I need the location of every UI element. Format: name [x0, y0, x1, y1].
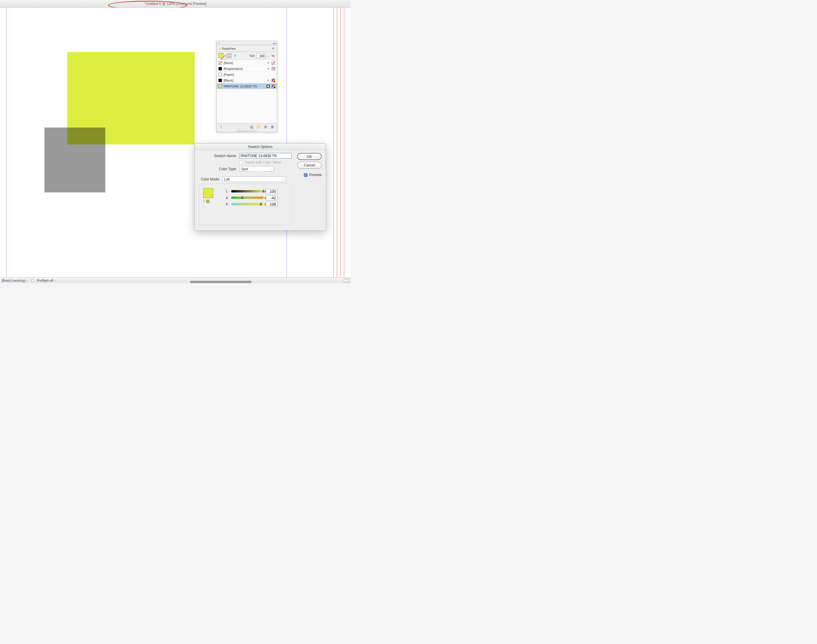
b-slider[interactable]: 🔒 — [231, 203, 264, 205]
panel-tab-label: Swatches — [219, 47, 236, 50]
not-editable-icon — [267, 79, 270, 82]
name-with-value-checkbox — [239, 161, 243, 164]
preview-checkbox-row[interactable]: ✓ Preview — [304, 173, 322, 177]
new-swatch-icon[interactable]: ⊞ — [264, 125, 268, 129]
registration-icon — [272, 67, 275, 71]
color-mode-value: Lab — [224, 177, 230, 181]
status-bar: [Basic] (working) ⌄ Preflight off ⌄ — [0, 277, 351, 283]
swatch-chip — [218, 67, 222, 71]
a-slider[interactable]: 🔒 — [231, 196, 264, 199]
swatches-list[interactable]: [None] [Registration] [Paper] [Black] PA… — [217, 60, 277, 123]
color-preview-swatch — [203, 188, 213, 198]
guide-bleed — [337, 8, 337, 277]
panel-menu-icon[interactable]: ≡ — [272, 46, 274, 51]
new-group-icon[interactable]: 📁 — [256, 125, 261, 129]
panel-collapse-icon[interactable]: ◂◂ — [273, 42, 276, 45]
b-input[interactable] — [266, 202, 277, 207]
not-editable-icon — [267, 61, 270, 64]
swatch-name: [Registration] — [224, 67, 265, 71]
swatches-header: T Tint: › % — [217, 52, 277, 60]
guide-bleed — [340, 8, 341, 277]
ok-button[interactable]: OK — [297, 153, 322, 160]
swatch-row-registration[interactable]: [Registration] — [217, 66, 277, 72]
swatch-name: PANTONE 13-0630 TN — [224, 84, 265, 88]
cmyk-icon — [272, 79, 275, 82]
guide-bleed — [333, 8, 334, 277]
name-with-value-label: Name with Color Value — [245, 160, 281, 164]
preflight-status-icon — [31, 279, 34, 282]
chevron-down-icon: ⌄ — [54, 279, 56, 282]
gray-rectangle[interactable] — [44, 127, 105, 192]
panel-close-icon[interactable]: × — [218, 42, 221, 45]
cancel-button[interactable]: Cancel — [297, 162, 322, 169]
tint-label: Tint: — [249, 54, 255, 58]
lab-icon — [272, 84, 275, 88]
swatches-panel[interactable]: × ◂◂ Swatches ≡ T Tint: › % [None] [Regi… — [216, 41, 277, 132]
swatch-options-dialog[interactable]: Swatch Options Swatch Name: Name with Co… — [195, 143, 326, 231]
swatch-name: [Black] — [224, 79, 265, 82]
gamut-warning-icon[interactable] — [202, 199, 209, 203]
a-input[interactable] — [266, 195, 277, 200]
guide-bleed — [344, 8, 344, 277]
lock-icon: 🔒 — [264, 196, 267, 199]
swatch-chip — [218, 84, 222, 88]
fill-stroke-proxy[interactable] — [218, 53, 225, 59]
horizontal-scrollbar[interactable] — [190, 281, 251, 283]
preview-checkbox[interactable]: ✓ — [304, 173, 308, 177]
preview-label: Preview — [309, 173, 322, 177]
swatch-name: [None] — [224, 61, 265, 64]
not-editable-icon — [267, 67, 270, 71]
list-empty-area — [217, 89, 277, 123]
swatches-footer: ⤴ ▤ 📁 ⊞ 🗑 — [217, 123, 277, 130]
lock-icon: 🔒 — [264, 190, 267, 192]
preflight-label: Preflight off — [37, 279, 53, 282]
color-mode-select[interactable]: Lab ⌄ — [222, 176, 286, 182]
swatch-name-input[interactable] — [239, 153, 292, 158]
color-type-label: Color Type: — [199, 167, 237, 171]
none-type-icon — [272, 61, 275, 64]
lab-sliders-block: L 🔒 a 🔒 b — [199, 184, 292, 225]
swatch-chip-none — [218, 61, 222, 64]
swatch-name-label: Swatch Name: — [199, 154, 237, 158]
tint-stepper-icon[interactable]: › — [267, 54, 270, 58]
color-type-select[interactable]: Spot ⌄ — [239, 166, 274, 172]
a-label: a — [225, 196, 229, 200]
panel-tab[interactable]: Swatches ≡ — [217, 45, 277, 52]
split-view-icon[interactable] — [344, 279, 349, 282]
L-label: L — [225, 189, 229, 193]
profile-dropdown[interactable]: [Basic] (working) ⌄ — [2, 279, 28, 282]
document-title: *Untitled-5 @ 125% [Overprint Preview] — [145, 2, 207, 6]
formatting-text-icon[interactable]: T — [233, 54, 238, 58]
tint-input[interactable] — [256, 53, 266, 58]
add-to-cc-icon[interactable]: ⤴ — [219, 125, 223, 129]
color-type-value: Spot — [241, 167, 248, 171]
swatch-chip — [218, 73, 222, 76]
spot-color-icon — [267, 84, 270, 88]
chevron-down-icon: ⌄ — [26, 279, 28, 282]
guide-left — [6, 8, 7, 277]
dialog-title: Swatch Options — [195, 144, 326, 150]
lock-icon: 🔒 — [264, 202, 267, 205]
window-title-bar: *Untitled-5 @ 125% [Overprint Preview] — [0, 0, 351, 8]
swatch-row-paper[interactable]: [Paper] — [217, 72, 277, 78]
delete-swatch-icon[interactable]: 🗑 — [270, 125, 274, 129]
L-input[interactable] — [266, 189, 277, 194]
tint-unit: % — [272, 54, 275, 58]
b-label: b — [225, 202, 229, 206]
panel-titlebar[interactable]: × ◂◂ — [217, 41, 277, 45]
chevron-down-icon: ⌄ — [282, 178, 284, 181]
preflight-dropdown[interactable]: Preflight off ⌄ — [37, 279, 56, 282]
L-slider[interactable]: 🔒 — [231, 190, 264, 192]
guide-right — [287, 8, 287, 277]
swatch-chip — [218, 79, 222, 82]
swatch-views-icon[interactable]: ▤ — [250, 125, 253, 129]
swatch-row-black[interactable]: [Black] — [217, 78, 277, 83]
color-mode-label: Color Mode: — [199, 177, 220, 181]
profile-label: [Basic] (working) — [2, 279, 25, 282]
swatch-row-none[interactable]: [None] — [217, 60, 277, 66]
chevron-down-icon: ⌄ — [270, 167, 272, 170]
swatch-row-pantone[interactable]: PANTONE 13-0630 TN — [217, 83, 277, 89]
panel-resize-grip[interactable] — [237, 130, 256, 132]
document-canvas[interactable] — [0, 8, 351, 277]
formatting-container-icon[interactable] — [227, 53, 231, 58]
